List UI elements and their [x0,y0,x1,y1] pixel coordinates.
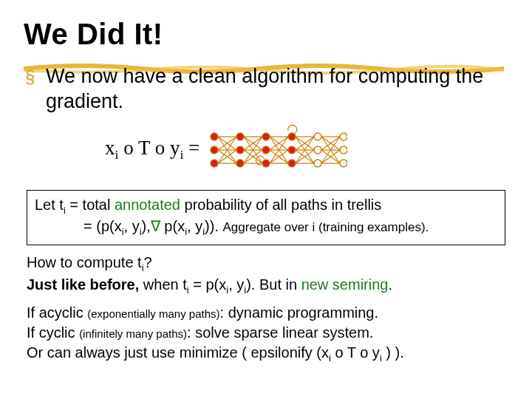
svg-point-8 [262,160,270,167]
text: : dynamic programming. [220,304,379,321]
minimize-line: Or can always just use minimize ( epsilo… [27,343,505,365]
text: = total [66,197,115,213]
box-line-1: Let ti = total annotated probability of … [35,195,497,217]
how-to-compute: How to compute ti? Just like before, whe… [27,253,505,297]
nabla-icon: ∇ [151,218,160,234]
text: p(x [160,218,185,234]
text: , y [124,218,140,234]
definition-box: Let ti = total annotated probability of … [27,190,505,246]
svg-point-17 [340,160,347,167]
svg-point-3 [236,133,244,140]
text: ), [142,218,151,234]
note: (exponentially many paths) [87,307,219,320]
aggregate-note: Aggregate over i (training examples). [223,220,429,234]
svg-point-10 [288,146,296,154]
text: . [388,276,392,293]
svg-point-6 [262,133,270,140]
text: ). But in [246,276,301,293]
text: probability of all paths in trellis [180,197,381,213]
bold-text: Just like before, [27,276,139,293]
svg-point-15 [340,133,347,140]
svg-point-12 [314,133,321,140]
question-line: How to compute ti? [27,253,505,275]
text: , y [228,276,244,293]
cyclic-line: If cyclic (infinitely many paths): solve… [27,323,505,343]
svg-point-13 [314,146,321,154]
text: = p(x [189,276,227,293]
text: If acyclic [27,304,87,321]
svg-point-11 [288,160,296,167]
box-line-2: = (p(xi, yi),∇ p(xi, yi)). Aggregate ove… [35,216,497,239]
svg-point-5 [236,160,244,167]
svg-point-4 [236,146,244,154]
text: : solve sparse linear system. [187,324,373,341]
svg-point-1 [211,146,218,154]
formula-row: xi o T o yi = [46,123,502,177]
answer-line: Just like before, when ti = p(xi, yi). B… [27,275,505,297]
slide: We Did It! We now have a clean algorithm… [0,0,532,399]
svg-point-16 [340,146,347,154]
text: when t [139,276,186,293]
new-semiring: new semiring [301,276,389,293]
bullet-text: We now have a clean algorithm for comput… [46,64,502,115]
svg-point-0 [211,133,218,140]
text: , y [187,218,202,234]
svg-point-9 [288,133,296,140]
text: Or can always just use minimize ( epsilo… [27,344,329,361]
text: o T o y [331,344,380,361]
text: ) ). [382,344,404,361]
text: )). [205,218,219,234]
note: (infinitely many paths) [79,327,187,340]
svg-point-7 [262,146,270,154]
text: Let t [35,197,64,213]
acyclic-line: If acyclic (exponentially many paths): d… [27,303,505,323]
svg-point-14 [314,160,321,167]
text: If cyclic [27,324,79,341]
final-block: If acyclic (exponentially many paths): d… [27,303,505,365]
text: = (p(x [83,218,122,234]
svg-point-2 [211,160,218,167]
slide-title: We Did It! [0,0,532,51]
trellis-diagram [207,123,347,177]
annotated-word: annotated [115,197,180,213]
formula: xi o T o yi = [105,137,200,163]
text: How to compute t [27,254,142,270]
body: We now have a clean algorithm for comput… [0,51,532,177]
text: ? [144,254,152,270]
